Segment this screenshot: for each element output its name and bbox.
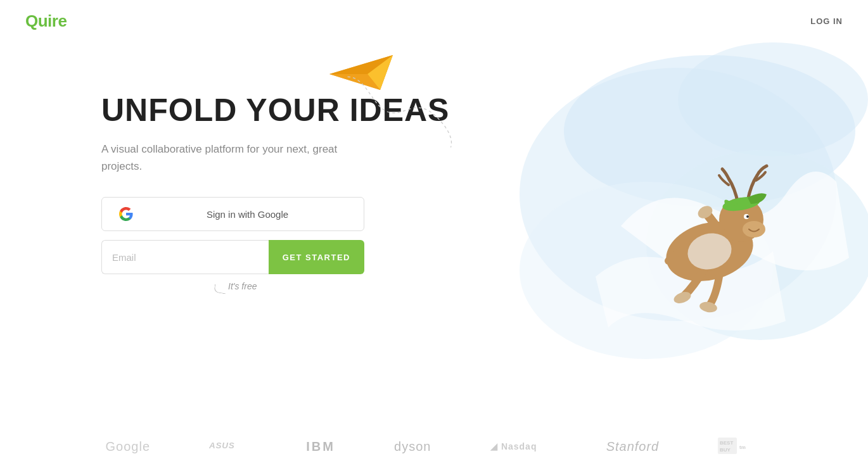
brand-stanford: Stanford <box>606 439 660 454</box>
brand-bestbuy: BEST BUY tm <box>718 436 762 457</box>
svg-point-13 <box>746 215 749 218</box>
its-free-label: It's free <box>228 281 257 291</box>
brand-dyson: dyson <box>394 439 431 454</box>
email-input[interactable] <box>101 240 269 274</box>
login-button[interactable]: LOG IN <box>810 16 843 26</box>
header: Quire LOG IN <box>0 0 868 42</box>
svg-text:ASUS: ASUS <box>209 441 235 450</box>
brand-asus: ASUS <box>209 438 247 456</box>
hero-illustration <box>437 4 868 435</box>
svg-text:tm: tm <box>739 445 746 450</box>
logo[interactable]: Quire <box>25 11 67 31</box>
main-content: UNFOLD YOUR IDEAS A visual collaborative… <box>0 42 868 292</box>
dashed-trail <box>342 74 456 150</box>
google-icon <box>115 203 137 225</box>
brand-ibm: IBM <box>306 439 335 454</box>
google-signin-button[interactable]: Sign in with Google <box>101 197 364 231</box>
brand-nasdaq: ◢ Nasdaq <box>490 438 547 456</box>
brand-google: Google <box>106 439 151 454</box>
blue-blob-svg <box>456 4 868 397</box>
brands-bar: Google ASUS IBM dyson ◢ Nasdaq Stanford … <box>0 436 868 457</box>
svg-text:BEST: BEST <box>720 440 733 446</box>
email-row: GET STARTED <box>101 240 364 274</box>
get-started-button[interactable]: GET STARTED <box>269 240 364 274</box>
svg-text:◢ Nasdaq: ◢ Nasdaq <box>490 441 537 451</box>
google-signin-label: Sign in with Google <box>144 209 351 220</box>
left-panel: UNFOLD YOUR IDEAS A visual collaborative… <box>101 68 494 292</box>
svg-point-11 <box>743 221 765 237</box>
subtext: A visual collaborative platform for your… <box>101 141 342 175</box>
svg-text:BUY: BUY <box>720 447 731 453</box>
